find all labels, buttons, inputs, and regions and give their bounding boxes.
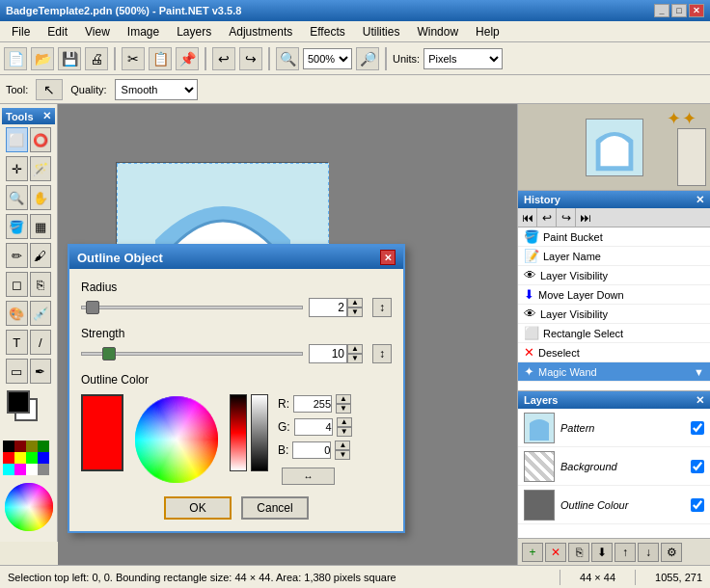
layer-pattern-visibility[interactable] bbox=[691, 421, 704, 435]
menu-utilities[interactable]: Utilities bbox=[355, 23, 408, 40]
zoom-select[interactable]: 500% 400% 300% 200% 100% bbox=[303, 48, 352, 69]
r-input[interactable] bbox=[293, 395, 332, 413]
menu-layers[interactable]: Layers bbox=[169, 23, 219, 40]
tool-clone[interactable]: ⎘ bbox=[30, 272, 52, 297]
zoom-out-button[interactable]: 🔍 bbox=[276, 47, 299, 70]
history-item-deselect[interactable]: ✕ Deselect bbox=[518, 343, 710, 362]
dialog-close-button[interactable]: ✕ bbox=[380, 250, 396, 265]
color-swatch[interactable] bbox=[14, 452, 26, 464]
color-swatch[interactable] bbox=[3, 464, 14, 475]
history-redo[interactable]: ↪ bbox=[557, 208, 576, 227]
tool-selector[interactable]: ↖ bbox=[36, 79, 63, 100]
b-up[interactable]: ▲ bbox=[335, 441, 350, 450]
strength-arrow-button[interactable]: ↕ bbox=[372, 344, 392, 363]
strength-up-button[interactable]: ▲ bbox=[347, 344, 363, 354]
radius-arrow-button[interactable]: ↕ bbox=[372, 298, 392, 317]
history-item-paint-bucket[interactable]: 🪣 Paint Bucket bbox=[518, 227, 710, 247]
color-swatch[interactable] bbox=[26, 441, 38, 452]
layer-pattern[interactable]: Pattern bbox=[518, 409, 710, 447]
save-button[interactable]: 💾 bbox=[58, 47, 81, 70]
tool-move[interactable]: ✛ bbox=[6, 156, 28, 181]
zoom-in-button[interactable]: 🔎 bbox=[356, 47, 379, 70]
copy-button[interactable]: 📋 bbox=[149, 47, 172, 70]
layer-background-visibility[interactable] bbox=[691, 460, 704, 473]
radius-slider[interactable] bbox=[81, 306, 303, 309]
layer-outline-visibility[interactable] bbox=[691, 498, 704, 512]
history-undo[interactable]: ↩ bbox=[537, 208, 557, 227]
tool-brush[interactable]: 🖌 bbox=[30, 243, 52, 268]
color-wheel[interactable] bbox=[133, 394, 220, 485]
history-item-layer-visibility-1[interactable]: 👁 Layer Visibility bbox=[518, 266, 710, 285]
g-down[interactable]: ▼ bbox=[337, 427, 352, 437]
strength-slider[interactable] bbox=[81, 352, 303, 356]
cut-button[interactable]: ✂ bbox=[122, 47, 145, 70]
undo-button[interactable]: ↩ bbox=[212, 47, 235, 70]
tool-eraser[interactable]: ◻ bbox=[6, 272, 28, 297]
history-item-rectangle-select[interactable]: ⬜ Rectangle Select bbox=[518, 324, 710, 343]
history-item-move-layer-down[interactable]: ⬇ Move Layer Down bbox=[518, 285, 710, 305]
tool-text[interactable]: T bbox=[6, 330, 28, 355]
delete-layer-button[interactable]: ✕ bbox=[545, 543, 566, 562]
units-select[interactable]: Pixels Inches Centimeters bbox=[423, 48, 503, 69]
menu-view[interactable]: View bbox=[77, 23, 118, 40]
foreground-color[interactable] bbox=[7, 390, 30, 414]
g-up[interactable]: ▲ bbox=[337, 417, 352, 427]
layer-outline-colour[interactable]: Outline Colour bbox=[518, 486, 710, 524]
b-input[interactable] bbox=[292, 441, 331, 459]
history-next[interactable]: ⏭ bbox=[576, 208, 595, 227]
redo-button[interactable]: ↪ bbox=[239, 47, 262, 70]
color-swatch[interactable] bbox=[3, 441, 14, 452]
history-item-layer-name[interactable]: 📝 Layer Name bbox=[518, 247, 710, 266]
radius-input[interactable] bbox=[309, 298, 347, 317]
history-item-magic-wand[interactable]: ✦ Magic Wand ▼ bbox=[518, 362, 710, 382]
r-down[interactable]: ▼ bbox=[336, 404, 351, 414]
tool-pencil[interactable]: ✏ bbox=[6, 243, 28, 268]
tool-freehand[interactable]: ✒ bbox=[30, 359, 52, 384]
tool-shapes[interactable]: ▭ bbox=[6, 359, 28, 384]
layer-properties-button[interactable]: ⚙ bbox=[661, 543, 682, 562]
color-swatch[interactable] bbox=[38, 452, 49, 464]
radius-up-button[interactable]: ▲ bbox=[347, 298, 363, 307]
color-arrow-button[interactable]: ↔ bbox=[282, 468, 335, 485]
color-swatch[interactable] bbox=[38, 441, 49, 452]
tool-gradient[interactable]: ▦ bbox=[30, 214, 52, 239]
tool-recolor[interactable]: 🎨 bbox=[6, 301, 28, 326]
tool-rectangle-select[interactable]: ⬜ bbox=[6, 127, 28, 152]
layers-close[interactable]: ✕ bbox=[696, 394, 704, 407]
r-up[interactable]: ▲ bbox=[336, 394, 351, 404]
menu-adjustments[interactable]: Adjustments bbox=[221, 23, 300, 40]
move-layer-up-button[interactable]: ↑ bbox=[614, 543, 636, 562]
new-button[interactable]: 📄 bbox=[4, 47, 27, 70]
tool-paint-bucket[interactable]: 🪣 bbox=[6, 214, 28, 239]
menu-edit[interactable]: Edit bbox=[40, 23, 75, 40]
color-swatch[interactable] bbox=[14, 464, 26, 475]
color-swatch[interactable] bbox=[3, 452, 14, 464]
minimize-button[interactable]: _ bbox=[654, 4, 669, 17]
tool-color-pick[interactable]: 💉 bbox=[30, 301, 52, 326]
history-item-layer-visibility-2[interactable]: 👁 Layer Visibility bbox=[518, 305, 710, 324]
quality-select[interactable]: Smooth Best Quality Fastest bbox=[115, 79, 198, 100]
close-button[interactable]: ✕ bbox=[689, 4, 704, 17]
menu-file[interactable]: File bbox=[4, 23, 38, 40]
menu-effects[interactable]: Effects bbox=[302, 23, 352, 40]
tool-lasso[interactable]: ⭕ bbox=[30, 127, 52, 152]
menu-help[interactable]: Help bbox=[468, 23, 507, 40]
color-wheel-mini[interactable] bbox=[3, 481, 55, 533]
color-swatch[interactable] bbox=[26, 452, 38, 464]
color-swatch[interactable] bbox=[14, 441, 26, 452]
color-bar-right[interactable] bbox=[251, 394, 268, 471]
open-button[interactable]: 📂 bbox=[31, 47, 54, 70]
tool-magic-wand[interactable]: 🪄 bbox=[30, 156, 52, 181]
layer-background[interactable]: Background bbox=[518, 447, 710, 486]
duplicate-layer-button[interactable]: ⎘ bbox=[568, 543, 589, 562]
merge-layer-button[interactable]: ⬇ bbox=[591, 543, 613, 562]
print-button[interactable]: 🖨 bbox=[85, 47, 108, 70]
ok-button[interactable]: OK bbox=[164, 496, 232, 520]
tool-zoom[interactable]: 🔍 bbox=[6, 185, 28, 210]
paste-button[interactable]: 📌 bbox=[176, 47, 199, 70]
color-preview-swatch[interactable] bbox=[81, 394, 123, 471]
color-swatch[interactable] bbox=[26, 464, 38, 475]
strength-down-button[interactable]: ▼ bbox=[347, 354, 363, 363]
history-close[interactable]: ✕ bbox=[696, 194, 704, 206]
move-layer-down-button[interactable]: ↓ bbox=[638, 543, 659, 562]
